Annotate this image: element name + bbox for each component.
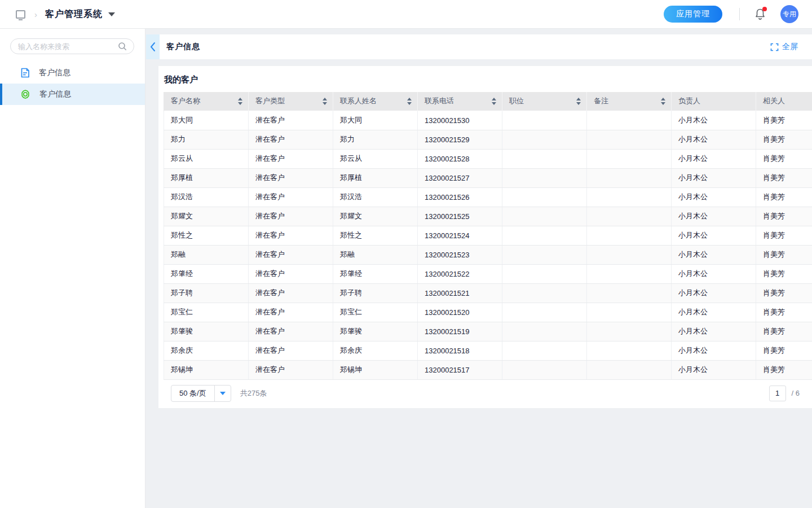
page-header: 客户信息 全屏 [146, 34, 812, 59]
table-cell: 潜在客户 [249, 226, 333, 245]
table-row[interactable]: 郑锡坤潜在客户郑锡坤13200021517小月木公肖美芳 [164, 360, 812, 379]
table-cell [587, 207, 672, 226]
table-cell: 13200021520 [418, 303, 502, 322]
page-size-select[interactable]: 50 条/页 [171, 385, 231, 402]
gear-icon [20, 89, 30, 99]
page-title: 客户信息 [166, 42, 200, 52]
table-row[interactable]: 郑余庆潜在客户郑余庆13200021518小月木公肖美芳 [164, 341, 812, 360]
column-header-4[interactable]: 联系电话 [418, 92, 502, 111]
avatar[interactable]: 专用 [780, 5, 798, 23]
table-cell: 潜在客户 [249, 207, 333, 226]
table-cell: 郑余庆 [333, 341, 418, 360]
table-cell: 郑融 [333, 245, 418, 264]
table-row[interactable]: 郑汉浩潜在客户郑汉浩13200021526小月木公肖美芳 [164, 187, 812, 207]
table-row[interactable]: 郑性之潜在客户郑性之13200021524小月木公肖美芳 [164, 226, 812, 245]
table-cell: 郑汉浩 [164, 187, 249, 207]
table-cell [587, 187, 672, 207]
table-cell: 郑耀文 [333, 207, 418, 226]
sort-icon[interactable] [661, 98, 665, 105]
column-label: 相关人 [763, 96, 785, 106]
column-header-6[interactable]: 备注 [587, 92, 672, 111]
table-cell: 肖美芳 [756, 303, 812, 322]
sidebar-menu: 客户信息客户信息 [0, 62, 145, 105]
sort-icon[interactable] [407, 98, 412, 105]
table-row[interactable]: 郑力潜在客户郑力13200021529小月木公肖美芳 [164, 130, 812, 149]
sort-icon[interactable] [238, 98, 242, 105]
table-cell [502, 168, 587, 187]
sort-icon[interactable] [576, 98, 581, 105]
table-row[interactable]: 郑厚植潜在客户郑厚植13200021527小月木公肖美芳 [164, 168, 812, 187]
table-row[interactable]: 郑宝仁潜在客户郑宝仁13200021520小月木公肖美芳 [164, 303, 812, 322]
table-cell: 肖美芳 [756, 149, 812, 168]
app-title[interactable]: 客户管理系统 [45, 8, 103, 20]
table-row[interactable]: 郑肇经潜在客户郑肇经13200021522小月木公肖美芳 [164, 264, 812, 283]
table-cell: 郑锡坤 [333, 360, 418, 379]
table-cell: 郑肇经 [164, 264, 249, 283]
column-header-1[interactable]: 客户名称 [164, 92, 249, 111]
page-number-input[interactable] [769, 386, 786, 401]
sort-icon[interactable] [323, 98, 327, 105]
table-cell: 肖美芳 [756, 168, 812, 187]
table-cell: 13200021529 [418, 130, 502, 149]
total-pages: / 6 [792, 389, 800, 397]
table-cell: 郑厚植 [333, 168, 418, 187]
column-label: 备注 [594, 96, 608, 106]
table-cell [587, 149, 672, 168]
fullscreen-button[interactable]: 全屏 [770, 42, 798, 52]
table-cell: 郑力 [333, 130, 418, 149]
table-row[interactable]: 郑肇骏潜在客户郑肇骏13200021519小月木公肖美芳 [164, 322, 812, 341]
column-header-8: 相关人 [756, 92, 812, 111]
table-cell: 潜在客户 [249, 322, 333, 341]
table-cell [502, 130, 587, 149]
search-icon[interactable] [118, 42, 127, 53]
document-icon [20, 68, 30, 78]
table-row[interactable]: 郑耀文潜在客户郑耀文13200021525小月木公肖美芳 [164, 207, 812, 226]
back-button[interactable] [146, 34, 160, 59]
table-cell: 郑大同 [333, 111, 418, 130]
table-cell: 郑子聘 [164, 283, 249, 303]
table-cell: 13200021522 [418, 264, 502, 283]
table-cell: 13200021527 [418, 168, 502, 187]
table-cell: 潜在客户 [249, 341, 333, 360]
table-cell: 郑宝仁 [164, 303, 249, 322]
table-cell: 潜在客户 [249, 264, 333, 283]
table-cell: 肖美芳 [756, 130, 812, 149]
table-cell: 小月木公 [672, 130, 756, 149]
topbar-right-group: 应用管理 专用 [664, 5, 798, 23]
card-title: 我的客户 [164, 66, 812, 92]
table-row[interactable]: 郑子聘潜在客户郑子聘13200021521小月木公肖美芳 [164, 283, 812, 303]
table-cell: 郑肇经 [333, 264, 418, 283]
table-cell: 肖美芳 [756, 207, 812, 226]
window-icon[interactable] [16, 10, 25, 19]
chevron-down-icon [214, 385, 231, 402]
search-input[interactable] [10, 38, 134, 54]
notification-bell-icon[interactable] [754, 8, 766, 20]
app-manage-button[interactable]: 应用管理 [664, 6, 722, 23]
table-cell: 13200021523 [418, 245, 502, 264]
chevron-down-icon[interactable] [108, 12, 115, 16]
sidebar-item-customer-info-1[interactable]: 客户信息 [0, 62, 145, 84]
table-cell: 潜在客户 [249, 360, 333, 379]
table-cell: 郑性之 [164, 226, 249, 245]
table-cell: 潜在客户 [249, 245, 333, 264]
table-cell: 13200021524 [418, 226, 502, 245]
table-cell [502, 303, 587, 322]
table-cell [502, 245, 587, 264]
column-header-3[interactable]: 联系人姓名 [333, 92, 418, 111]
content-card: 我的客户 客户名称客户类型联系人姓名联系电话职位备注负责人相关人 郑大同潜在客户… [158, 66, 812, 408]
top-bar: › 客户管理系统 应用管理 专用 [0, 0, 812, 29]
table-cell: 小月木公 [672, 245, 756, 264]
table-row[interactable]: 郑大同潜在客户郑大同13200021530小月木公肖美芳 [164, 111, 812, 130]
column-header-2[interactable]: 客户类型 [249, 92, 333, 111]
table-cell: 郑肇骏 [164, 322, 249, 341]
table-cell [502, 149, 587, 168]
table-cell: 肖美芳 [756, 264, 812, 283]
table-cell: 小月木公 [672, 264, 756, 283]
table-cell: 郑子聘 [333, 283, 418, 303]
table-row[interactable]: 郑融潜在客户郑融13200021523小月木公肖美芳 [164, 245, 812, 264]
sort-icon[interactable] [492, 98, 496, 105]
table-row[interactable]: 郑云从潜在客户郑云从13200021528小月木公肖美芳 [164, 149, 812, 168]
sidebar-item-customer-info-2[interactable]: 客户信息 [0, 84, 145, 105]
column-header-5[interactable]: 职位 [502, 92, 587, 111]
table-cell [587, 130, 672, 149]
